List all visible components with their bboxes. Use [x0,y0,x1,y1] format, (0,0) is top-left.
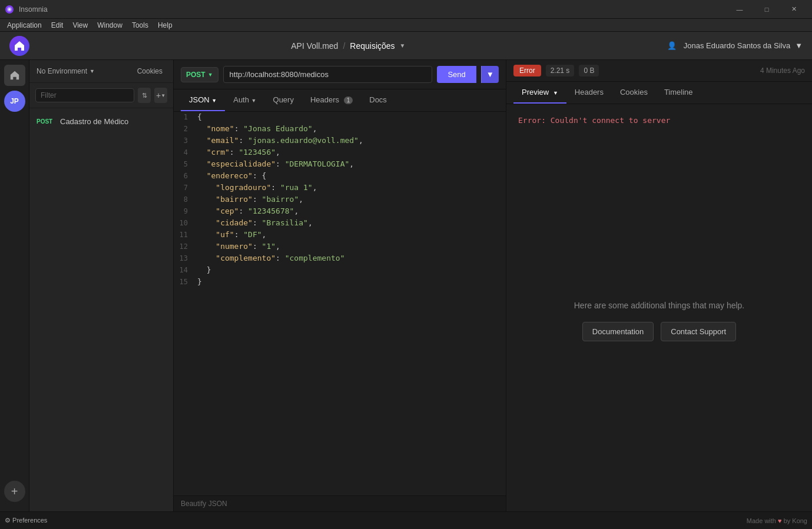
line-number: 8 [174,195,197,204]
line-content: "complemento": "complemento" [197,254,506,262]
line-content: "nome": "Jonas Eduardo", [197,124,506,133]
code-line: 12 "numero": "1", [174,241,506,253]
url-input[interactable] [223,66,433,83]
by-kong-label: by Kong [784,517,807,524]
taskbar: ⚙ Preferences Made with ♥ by Kong [0,511,812,529]
line-content: { [197,112,506,121]
tab-query[interactable]: Query [265,89,302,111]
line-number: 10 [174,218,197,227]
sort-button[interactable]: ⇅ [138,88,151,103]
preferences-button[interactable]: ⚙ Preferences [5,517,47,524]
code-line: 15} [174,277,506,288]
tab-query-label: Query [273,95,294,104]
breadcrumb-separator: / [343,41,345,51]
send-button[interactable]: Send [437,66,476,83]
tab-auth-dropdown[interactable]: ▼ [251,98,257,104]
menu-help[interactable]: Help [153,20,177,31]
code-line: 5 "especialidade": "DERMATOLOGIA", [174,159,506,171]
line-content: "cep": "12345678", [197,207,506,215]
maximize-button[interactable]: □ [753,0,780,19]
title-bar: Insomnia — □ ✕ [0,0,812,19]
beautify-button[interactable]: Beautify JSON [174,495,506,511]
icon-sidebar: JP + [0,60,29,511]
title-bar-left: Insomnia [5,5,48,14]
response-tab-cookies[interactable]: Cookies [612,82,656,104]
window-controls[interactable]: — □ ✕ [726,0,807,19]
close-button[interactable]: ✕ [780,0,807,19]
tab-headers[interactable]: Headers 1 [302,89,361,111]
line-content: "numero": "1", [197,242,506,251]
home-nav-icon [9,70,20,81]
svg-point-2 [8,8,11,11]
left-panel-header: No Environment ▼ Cookies [29,60,173,83]
line-number: 12 [174,242,197,251]
sidebar-user-avatar[interactable]: JP [4,91,25,112]
environment-selector[interactable]: No Environment ▼ [37,67,95,75]
minimize-button[interactable]: — [726,0,753,19]
line-number: 6 [174,171,197,180]
documentation-button[interactable]: Documentation [582,322,654,341]
menu-tools[interactable]: Tools [127,20,153,31]
code-editor[interactable]: 1{2 "nome": "Jonas Eduardo",3 "email": "… [174,112,506,495]
tab-auth-label: Auth [233,95,249,104]
preview-dropdown[interactable]: ▼ [553,90,558,96]
response-tab-headers[interactable]: Headers [566,82,612,104]
response-tab-cookies-label: Cookies [620,88,648,97]
taskbar-left: ⚙ Preferences [5,517,47,524]
add-request-button[interactable]: + ▼ [154,88,167,103]
collection-name: API Voll.med [291,41,338,51]
heart-icon: ♥ [778,517,784,524]
method-post-badge: POST [37,118,55,125]
line-number: 1 [174,112,197,121]
code-line: 9 "cep": "12345678", [174,206,506,218]
help-text: Here are some additional things that may… [574,301,745,310]
line-number: 13 [174,254,197,262]
help-buttons: Documentation Contact Support [582,322,736,341]
add-dropdown-icon: ▼ [161,93,165,98]
breadcrumb: API Voll.med / Requisições ▼ [291,41,405,51]
menu-edit[interactable]: Edit [47,20,68,31]
menu-window[interactable]: Window [92,20,127,31]
tab-json-label: JSON [189,95,210,104]
filter-input[interactable] [35,88,134,102]
breadcrumb-dropdown[interactable]: ▼ [400,42,406,49]
method-label: POST [186,71,206,79]
line-number: 9 [174,207,197,215]
contact-support-button[interactable]: Contact Support [661,322,736,341]
line-number: 11 [174,230,197,239]
response-tab-preview[interactable]: Preview ▼ [513,82,566,104]
line-content: "cidade": "Brasilia", [197,218,506,227]
line-number: 3 [174,136,197,145]
tab-docs[interactable]: Docs [361,89,395,111]
method-selector[interactable]: POST ▼ [181,67,218,82]
tab-auth[interactable]: Auth ▼ [225,89,264,111]
code-line: 14 } [174,265,506,277]
code-line: 11 "uf": "DF", [174,229,506,241]
menu-view[interactable]: View [68,20,92,31]
user-area: 👤 Jonas Eduardo Santos da Silva ▼ [667,41,803,50]
line-content: "bairro": "bairro", [197,195,506,204]
request-list: POST Cadastro de Médico [29,108,173,511]
app-name: Insomnia [19,5,48,14]
headers-badge: 1 [344,97,353,104]
code-line: 4 "crm": "123456", [174,147,506,159]
line-content: } [197,265,506,274]
send-dropdown-button[interactable]: ▼ [481,66,499,83]
tab-json[interactable]: JSON ▼ [181,89,225,111]
error-message: Error: Couldn't connect to server [518,116,670,125]
line-content: "uf": "DF", [197,230,506,239]
sidebar-add-button[interactable]: + [4,481,25,502]
line-content: "endereco": { [197,171,506,180]
menu-application[interactable]: Application [2,20,47,31]
method-dropdown-icon: ▼ [208,72,213,78]
line-number: 14 [174,265,197,274]
list-item[interactable]: POST Cadastro de Médico [29,113,173,130]
user-dropdown[interactable]: ▼ [795,41,803,50]
sidebar-home-button[interactable] [4,65,25,86]
response-panel: Error 2.21 s 0 B 4 Minutes Ago Preview ▼… [506,60,812,511]
code-line: 10 "cidade": "Brasilia", [174,218,506,229]
tab-json-dropdown[interactable]: ▼ [211,98,217,104]
cookies-button[interactable]: Cookies [134,66,166,76]
app-header: API Voll.med / Requisições ▼ 👤 Jonas Edu… [0,32,812,60]
response-tab-timeline[interactable]: Timeline [656,82,701,104]
